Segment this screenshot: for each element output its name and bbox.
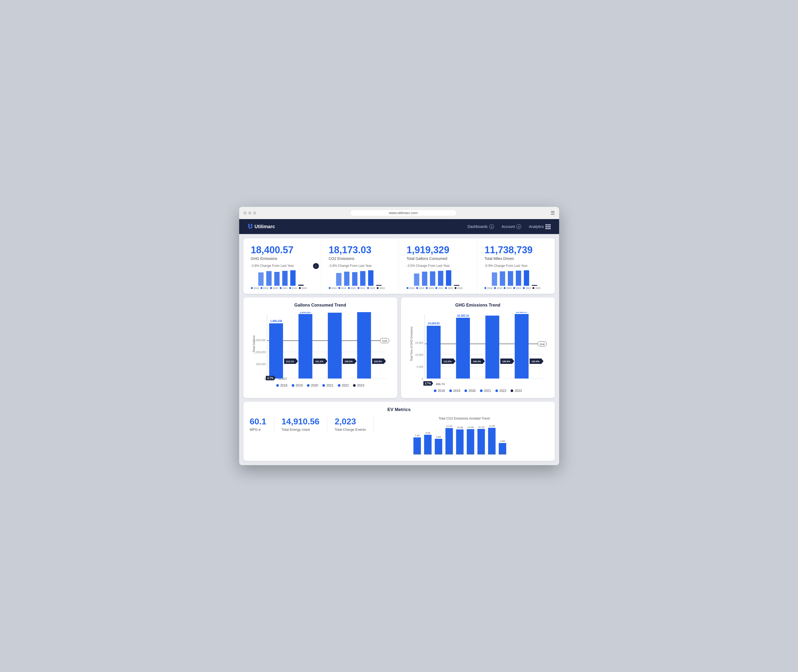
svg-text:108.9%: 108.9%: [502, 360, 510, 363]
svg-rect-75: [514, 314, 529, 379]
ev-mpge-value: 60.1: [250, 417, 266, 427]
svg-rect-0: [258, 272, 263, 286]
analytics-grid-icon: [545, 224, 551, 229]
ghg-label: GHG Emissions: [251, 256, 314, 261]
card-next-arrow[interactable]: ›: [313, 263, 319, 269]
nav-account[interactable]: Account ⊙: [502, 224, 521, 229]
ev-metric-energy: 14,910.56 Total Energy Used: [274, 417, 327, 432]
arrow-badge-2022-gallons: 2.7%: [266, 376, 276, 381]
svg-rect-9: [360, 271, 365, 286]
svg-rect-19: [500, 271, 505, 286]
gallons-chart-title: Gallons Consumed Trend: [250, 303, 391, 307]
svg-text:113.1%: 113.1%: [286, 360, 294, 363]
ev-co2-chart: 7.46 05/2022 8.59 06/2022 6.84 07/2022 1…: [380, 422, 548, 454]
ghg-legend: 2018 2019 2020 2021 2022 2023: [251, 287, 314, 290]
ev-content: 60.1 MPG-e 14,910.56 Total Energy Used 2…: [250, 417, 548, 456]
ghg-change: -2.8% Change From Last Year: [251, 264, 314, 268]
svg-rect-40: [298, 314, 312, 379]
svg-rect-68: [456, 318, 470, 379]
ev-energy-value: 14,910.56: [282, 417, 319, 427]
co2-label: CO2 Emissions: [329, 256, 391, 261]
svg-text:05/2022: 05/2022: [413, 452, 421, 454]
svg-rect-89: [445, 428, 453, 454]
svg-rect-36: [269, 323, 283, 379]
nav-dashboards[interactable]: Dashboards ⊙: [467, 224, 494, 229]
svg-text:07/2022: 07/2022: [434, 452, 442, 454]
svg-rect-98: [478, 429, 485, 454]
gallons-chart-area: Total Gallons 0 500,000 1,000,000 1,500,…: [250, 312, 391, 387]
svg-rect-72: [485, 315, 499, 379]
svg-rect-44: [328, 313, 341, 379]
svg-rect-3: [282, 271, 287, 286]
co2-legend: 2018 2019 2020 2021 2022 2023: [329, 287, 391, 290]
svg-text:09/2022: 09/2022: [456, 452, 464, 454]
miles-legend: 2018 2019 2020 2021 2022 2023: [484, 287, 547, 290]
browser-menu-icon[interactable]: ☰: [551, 210, 555, 216]
ev-charge-label: Total Charge Events: [335, 427, 366, 432]
svg-text:16,383.16: 16,383.16: [457, 314, 469, 317]
charts-row: Gallons Consumed Trend Total Gallons 0 5…: [244, 298, 555, 398]
svg-rect-47: [357, 312, 371, 379]
navbar: 𝕌 Utilimarc Dashboards ⊙ Account ⊙ Analy…: [239, 219, 559, 234]
svg-text:11.53: 11.53: [446, 425, 452, 427]
ev-chart-area: Total CO2 Emissions Avoided Trend 7.46 0…: [373, 417, 548, 456]
svg-text:102.8%: 102.8%: [531, 360, 540, 363]
svg-rect-2: [274, 272, 279, 286]
svg-text:6.84: 6.84: [436, 435, 441, 438]
browser-dot-green: [253, 211, 256, 214]
ev-chart-title: Total CO2 Emissions Avoided Trend: [380, 417, 548, 420]
ghg-chart-svg: Total Tons of GHG Emissions 0 5,000 10,0…: [407, 312, 548, 387]
svg-rect-22: [524, 270, 529, 286]
ev-metrics-left: 60.1 MPG-e 14,910.56 Total Energy Used 2…: [250, 417, 374, 432]
svg-text:06/2022: 06/2022: [424, 452, 432, 454]
svg-text:1,693,857: 1,693,857: [300, 312, 311, 314]
ev-title: EV Metrics: [250, 407, 548, 412]
ghg-value: 18,400.57: [251, 245, 314, 255]
gallons-legend: 2018 2019 2020 2021 2022 2023: [407, 287, 469, 290]
svg-text:01/2023: 01/2023: [498, 452, 506, 454]
metric-cards-row: 18,400.57 GHG Emissions -2.8% Change Fro…: [244, 238, 555, 294]
ghg-chart-title: GHG Emissions Trend: [407, 303, 548, 307]
miles-change: -0.9% Change From Last Year: [484, 264, 547, 268]
svg-rect-20: [508, 271, 513, 286]
miles-mini-chart: [484, 270, 547, 286]
svg-text:7.46: 7.46: [415, 434, 420, 437]
svg-text:101.2%: 101.2%: [315, 360, 324, 363]
svg-rect-4: [290, 270, 295, 286]
main-content: 18,400.57 GHG Emissions -2.8% Change Fro…: [239, 234, 559, 465]
co2-mini-chart: [329, 270, 391, 286]
nav-analytics[interactable]: Analytics: [529, 224, 550, 229]
svg-text:4.99: 4.99: [500, 440, 505, 443]
gallons-trend-panel: Gallons Consumed Trend Total Gallons 0 5…: [244, 298, 397, 398]
ghg-mini-chart: [251, 270, 314, 286]
svg-text:10,000: 10,000: [415, 354, 423, 357]
svg-text:Total Gallons: Total Gallons: [252, 335, 255, 352]
svg-rect-10: [368, 270, 373, 286]
svg-rect-5: [298, 285, 303, 286]
svg-text:11.05: 11.05: [468, 426, 474, 429]
browser-url-bar[interactable]: www.utilimarc.com: [350, 210, 457, 216]
browser-dot-yellow: [248, 211, 252, 214]
nav-dashboards-label: Dashboards: [467, 224, 488, 229]
svg-rect-18: [492, 272, 497, 286]
svg-text:100.4%: 100.4%: [473, 360, 481, 363]
arrow-badge-2022-ghg: 2.7%: [423, 381, 433, 386]
ghg-chart-area: Total Tons of GHG Emissions 0 5,000 10,0…: [407, 312, 548, 387]
browser-window: www.utilimarc.com ☰ 𝕌 Utilimarc Dashboar…: [239, 207, 559, 465]
svg-text:15,000: 15,000: [415, 341, 423, 344]
svg-rect-16: [446, 270, 451, 286]
logo-icon: 𝕌: [248, 223, 253, 230]
browser-chrome: www.utilimarc.com ☰: [239, 207, 559, 219]
svg-rect-13: [422, 272, 428, 286]
metric-card-miles: 11,738,739 Total Miles Driven -0.9% Chan…: [477, 238, 554, 294]
svg-text:14,559.83: 14,559.83: [428, 322, 440, 325]
gallons-change: -3.5% Change From Last Year: [407, 264, 469, 268]
svg-rect-7: [344, 272, 349, 286]
metric-card-co2: 18,173.03 CO2 Emissions -2.8% Change Fro…: [321, 238, 399, 294]
svg-text:08/2022: 08/2022: [445, 452, 453, 454]
svg-text:10/2022: 10/2022: [466, 452, 474, 454]
svg-rect-1: [266, 271, 271, 286]
svg-text:0: 0: [264, 378, 266, 381]
svg-text:103.5%: 103.5%: [374, 360, 382, 363]
nav-analytics-label: Analytics: [529, 224, 544, 229]
